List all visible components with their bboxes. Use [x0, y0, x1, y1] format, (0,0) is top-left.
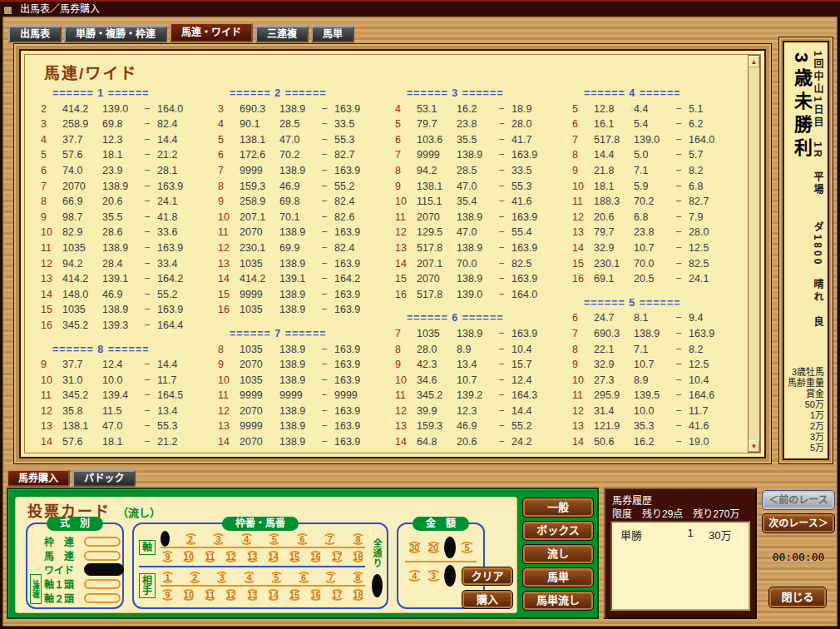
mode-button-馬単[interactable]: 馬単 [522, 567, 594, 587]
odds-row: 16517.8139.0−164.0 [395, 289, 572, 305]
odds-row: 894.228.5−33.5 [395, 165, 572, 181]
odds-panel: 馬連/ワイド ====== 1 ======2414.2139.0−164.03… [13, 43, 772, 464]
amount-mark[interactable]: 3 [426, 570, 442, 582]
down-arrow-icon: ▼ [751, 443, 758, 450]
odds-row: 13517.8138.9−163.9 [395, 242, 572, 258]
odds-row: 101035138.9−163.9 [218, 374, 395, 390]
prev-race-button[interactable]: ＜前のレース [762, 490, 835, 510]
number-mark[interactable]: 6 [295, 533, 309, 545]
bottom-tab-パドック[interactable]: パドック [72, 470, 136, 487]
amount-mark-filled[interactable] [444, 537, 456, 558]
bet-history-title: 馬券履歴 [612, 493, 652, 507]
number-mark[interactable]: 10 [181, 589, 195, 601]
number-mark[interactable]: 12 [224, 589, 238, 601]
bet-type-label: 軸２頭 [44, 591, 84, 605]
number-mark[interactable]: 1 [161, 572, 175, 583]
number-mark[interactable]: 14 [266, 551, 280, 562]
number-mark[interactable]: 2 [188, 572, 202, 583]
race-name: 3歳未勝利 [788, 52, 814, 161]
odds-panel-title: 馬連/ワイド [44, 61, 137, 83]
odds-section-header: ====== 1 ====== [41, 87, 218, 103]
number-mark[interactable]: 5 [267, 533, 281, 545]
top-tab-出馬表[interactable]: 出馬表 [8, 26, 62, 42]
odds-row: 13121.935.3−41.6 [572, 420, 741, 436]
number-mark[interactable]: 8 [351, 572, 365, 583]
number-mark[interactable]: 5 [269, 572, 284, 583]
race-detail-line: 2万 [786, 421, 824, 432]
all-combinations-mark[interactable] [372, 574, 383, 597]
number-group-label: 相手 [139, 573, 156, 598]
number-mark[interactable]: 15 [288, 551, 302, 562]
number-mark[interactable]: 9 [161, 551, 175, 562]
number-mark[interactable]: 11 [203, 551, 217, 562]
odds-column: ====== 3 ======453.116.2−18.9579.723.8−2… [395, 87, 572, 452]
number-mark[interactable]: 18 [351, 589, 365, 601]
number-mark[interactable]: 17 [330, 551, 344, 562]
number-mark[interactable]: 10 [181, 551, 195, 562]
number-mark[interactable]: 11 [203, 589, 217, 601]
odds-row: 1450.616.2−19.0 [572, 436, 741, 452]
amount-mark[interactable]: 5 [459, 542, 475, 553]
number-mark[interactable]: 16 [309, 551, 323, 562]
number-mark[interactable]: 18 [351, 551, 365, 562]
number-mark[interactable]: 2 [184, 533, 198, 545]
number-mark[interactable]: 13 [245, 589, 259, 601]
odds-row: 79999138.9−163.9 [395, 149, 572, 165]
amount-box-header: 金 額 [413, 517, 469, 531]
number-mark[interactable]: 8 [351, 533, 365, 545]
bet-type-mark[interactable] [84, 551, 121, 561]
system-menu-icon[interactable] [3, 6, 12, 15]
bet-type-mark-filled[interactable] [84, 563, 124, 576]
number-mark[interactable]: 14 [266, 589, 280, 601]
number-mark[interactable]: 16 [309, 589, 323, 601]
number-mark[interactable]: 13 [245, 551, 259, 562]
top-tab-馬単[interactable]: 馬単 [311, 26, 354, 42]
number-mark[interactable]: 4 [240, 533, 254, 545]
number-mark[interactable]: 7 [323, 533, 337, 545]
bet-type-row: 枠 連 [44, 533, 117, 547]
bet-type-mark[interactable] [84, 537, 121, 547]
odds-row: 1432.910.7−12.5 [572, 242, 741, 258]
number-mark[interactable]: 15 [288, 589, 302, 601]
number-mark[interactable]: 7 [324, 572, 338, 583]
mode-button-流し[interactable]: 流し [522, 544, 594, 564]
scroll-up-button[interactable]: ▲ [749, 56, 759, 67]
amount-mark[interactable]: 20 [426, 542, 442, 553]
clear-button[interactable]: クリア [462, 567, 513, 586]
odds-row: 1220.66.8−7.9 [572, 211, 741, 227]
number-group-相手: 相手123456789101112131415161718 [139, 569, 365, 602]
number-mark[interactable]: 6 [297, 572, 311, 583]
amount-mark-filled[interactable] [444, 565, 456, 587]
mode-button-一般[interactable]: 一般 [522, 498, 594, 518]
bet-type-mark[interactable] [84, 579, 121, 589]
mode-button-馬単流し[interactable]: 馬単流し [522, 591, 594, 611]
number-mark[interactable]: 3 [215, 572, 229, 583]
top-tab-三連複[interactable]: 三連複 [255, 26, 309, 42]
odds-scrollbar[interactable]: ▲ ▼ [748, 55, 760, 453]
odds-row: 490.128.5−33.5 [218, 118, 395, 134]
odds-row: 512.84.4−5.1 [572, 103, 741, 119]
number-mark[interactable]: 4 [242, 572, 256, 583]
odds-row: 1379.723.8−28.0 [572, 226, 741, 242]
mode-button-ボックス[interactable]: ボックス [522, 521, 594, 541]
purchase-button[interactable]: 購入 [462, 590, 513, 609]
number-mark[interactable]: 9 [161, 589, 175, 601]
bet-type-mark[interactable] [84, 593, 121, 603]
number-mark[interactable]: 17 [330, 589, 344, 601]
number-mark[interactable]: 3 [211, 533, 225, 545]
close-button[interactable]: 閉じる [768, 587, 827, 608]
top-tab-単勝・複勝・枠連[interactable]: 単勝・複勝・枠連 [64, 26, 167, 42]
bottom-tab-馬券購入[interactable]: 馬券購入 [7, 469, 70, 487]
next-race-button[interactable]: 次のレース＞ [762, 513, 835, 533]
odds-row: 921.87.1−8.2 [572, 165, 741, 181]
number-mark-filled[interactable] [161, 531, 170, 547]
scroll-down-button[interactable]: ▼ [749, 440, 759, 452]
odds-row: 11345.2139.4−164.5 [41, 389, 218, 405]
top-tab-馬連・ワイド[interactable]: 馬連・ワイド [170, 22, 253, 42]
amount-mark[interactable]: 4 [407, 570, 422, 582]
bet-type-header: 式 別 [47, 517, 103, 531]
amount-mark[interactable]: 30 [407, 542, 422, 553]
odds-row: 1031.010.0−11.7 [41, 374, 218, 390]
number-mark[interactable]: 12 [224, 551, 238, 562]
odds-section-header: ====== 8 ====== [41, 344, 218, 359]
